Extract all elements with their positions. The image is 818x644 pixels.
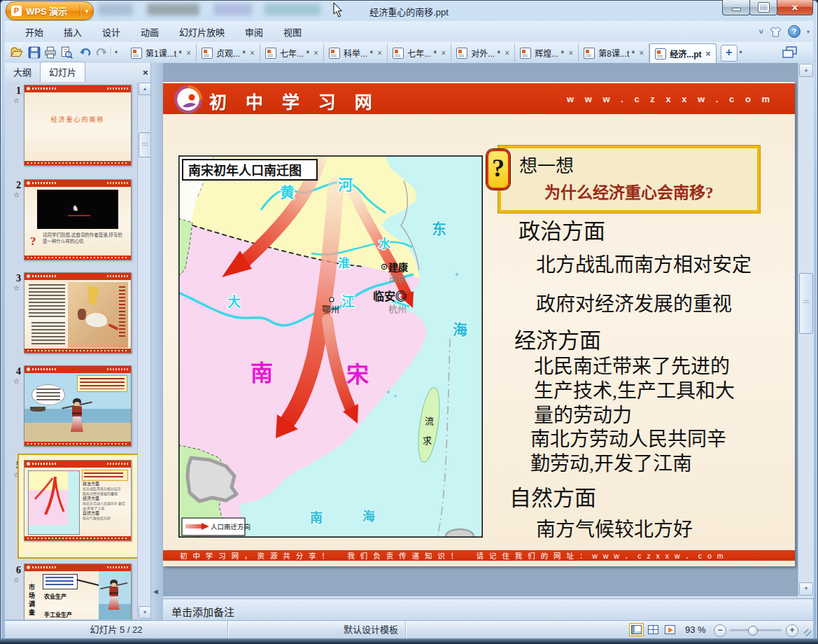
scroll-down-icon[interactable]: ▼	[139, 606, 151, 619]
doc-tab[interactable]: 贞观... *×	[197, 43, 260, 62]
slide-footer-band: 初 中 学 习 网 ， 资 源 共 分 享 ！ 我 们 负 责 传 递 知 识 …	[163, 550, 795, 561]
slide-number: 6	[8, 565, 21, 576]
map-label-jiang: 江	[341, 295, 355, 309]
think-title: 想一想	[519, 151, 574, 177]
mini-arrows	[29, 471, 79, 534]
slide-thumbnail-3[interactable]	[24, 272, 132, 354]
menu-insert[interactable]: 插入	[64, 25, 82, 38]
question-mark: ?	[30, 234, 36, 248]
slide-thumbnail-4[interactable]	[24, 365, 132, 447]
close-icon[interactable]: ×	[250, 48, 255, 58]
natural-point-1[interactable]: 南方气候较北方好	[536, 517, 693, 542]
map-label-nanhai-nan: 南	[310, 510, 323, 525]
close-icon[interactable]: ×	[186, 48, 191, 58]
chevron-down-icon[interactable]: ▾	[807, 29, 810, 35]
collapse-pane-icon[interactable]: ◀	[153, 588, 158, 595]
political-point-2[interactable]: 政府对经济发展的重视	[536, 292, 732, 316]
open-file-icon[interactable]	[10, 46, 24, 59]
doc-tab[interactable]: 第1课...t *×	[126, 43, 197, 62]
restore-button[interactable]	[749, 0, 777, 15]
minimize-button[interactable]	[722, 0, 750, 15]
pane-tabs: 大纲 幻灯片	[5, 63, 163, 83]
scroll-down-icon[interactable]: ▼	[799, 582, 813, 596]
canvas-scrollbar[interactable]: ▲ ▼	[798, 63, 814, 596]
notes-pane[interactable]: 单击添加备注	[163, 598, 813, 621]
mini-think-lines	[84, 472, 123, 478]
section-economic-heading[interactable]: 经济方面	[514, 323, 601, 354]
arrange-windows-icon[interactable]	[782, 46, 798, 59]
think-box[interactable]: 想一想 为什么经济重心会南移?	[498, 146, 760, 213]
zoom-out-button[interactable]: −	[714, 624, 726, 637]
doc-tab-label: 科举... *	[344, 47, 373, 59]
map-label-hai-east: 海	[453, 321, 467, 338]
menu-review[interactable]: 审阅	[245, 25, 263, 38]
skin-theme-icon[interactable]	[770, 27, 782, 37]
doc-tab-active[interactable]: 经济...pt×	[649, 43, 716, 63]
scrollbar-thumb[interactable]	[139, 132, 151, 158]
thumbnail-scrollbar[interactable]: ▲ ▼	[137, 82, 151, 620]
section-political-heading[interactable]: 政治方面	[519, 214, 605, 245]
ribbon-collapse-icon[interactable]: ˅	[759, 27, 763, 36]
close-icon[interactable]: ×	[377, 48, 382, 58]
close-icon[interactable]: ×	[568, 48, 573, 58]
economic-point-1[interactable]: 北民南迁带来了先进的 生产技术,生产工具和大 量的劳动力	[534, 354, 735, 428]
map-label-qiu: 求	[423, 435, 432, 446]
ppt-file-icon	[265, 48, 276, 59]
zoom-slider[interactable]	[730, 629, 782, 631]
toolbar-options-icon[interactable]: ▾	[115, 49, 118, 55]
menu-slideshow[interactable]: 幻灯片放映	[179, 25, 225, 38]
close-icon[interactable]: ×	[505, 48, 509, 58]
doc-tab[interactable]: 科举... *×	[324, 43, 388, 62]
print-preview-icon[interactable]	[59, 46, 73, 59]
save-icon[interactable]	[27, 46, 41, 59]
ppt-file-icon	[393, 48, 404, 59]
zoom-slider-thumb[interactable]	[748, 626, 758, 636]
undo-icon[interactable]	[78, 46, 92, 59]
menu-right-tools: ˅ ? ▾	[759, 25, 810, 38]
new-tab-button[interactable]: +	[721, 45, 738, 62]
resize-grip[interactable]	[804, 629, 811, 636]
doc-tab[interactable]: 对外... *×	[451, 43, 515, 62]
political-point-1[interactable]: 北方战乱而南方相对安定	[536, 253, 752, 277]
window-title: 经济重心的南移.ppt	[0, 5, 818, 18]
doc-tab[interactable]: 七年... *×	[388, 43, 451, 62]
tab-list-icon[interactable]: ▾	[740, 49, 742, 63]
close-icon[interactable]: ×	[441, 48, 446, 58]
close-icon[interactable]: ×	[313, 48, 318, 58]
print-icon[interactable]	[43, 46, 57, 59]
scroll-up-icon[interactable]: ▲	[139, 83, 151, 95]
slide-thumbnail-5[interactable]: 政治方面 北方战乱而南方相对安定 政府对经济发展的重视 经济方面 南北方劳动人民…	[24, 460, 132, 541]
zoom-in-button[interactable]: +	[786, 624, 798, 637]
slide-editor[interactable]: 初 中 学 习 网 w w w . c z x x w . c o m	[163, 82, 795, 566]
close-icon[interactable]: ×	[706, 49, 711, 59]
doc-tab[interactable]: 七年... *×	[260, 43, 324, 62]
map-city-jiankang: 建康	[388, 262, 409, 273]
tab-outline[interactable]: 大纲	[5, 62, 40, 82]
menu-animation[interactable]: 动画	[141, 25, 159, 38]
close-icon[interactable]: ×	[639, 48, 644, 58]
doc-tab[interactable]: 辉煌... *×	[515, 43, 579, 62]
close-button[interactable]: ×	[777, 0, 813, 15]
doc-tab[interactable]: 第8课...t *×	[579, 43, 649, 62]
slide-thumbnail-2[interactable]: ♞ ? 请同学们猜想,这首词的作者是谁,抒写的是一种什么样的心情	[24, 179, 132, 260]
menu-view[interactable]: 视图	[283, 25, 302, 38]
economic-point-2[interactable]: 南北方劳动人民共同辛 勤劳动,开发了江南	[530, 427, 726, 476]
slide-thumbnail-6[interactable]: 市场调查 农业生产 手工业生产 商业贸易	[24, 564, 132, 620]
doc-tab-label: 经济...pt	[670, 48, 701, 59]
map-label-shui: 水	[379, 237, 391, 251]
divider	[111, 47, 111, 58]
slideshow-view-button[interactable]	[663, 624, 677, 636]
menu-design[interactable]: 设计	[102, 25, 120, 38]
pane-splitter[interactable]: ◀	[150, 63, 164, 620]
menu-start[interactable]: 开始	[25, 25, 43, 38]
scroll-up-icon[interactable]: ▲	[799, 64, 813, 77]
slide-sorter-view-button[interactable]	[647, 624, 660, 636]
slide-thumbnail-1[interactable]: 经济重心的南移	[24, 85, 132, 166]
section-natural-heading[interactable]: 自然方面	[509, 480, 596, 512]
normal-view-button[interactable]	[630, 624, 643, 636]
close-pane-icon[interactable]: ×	[143, 67, 148, 78]
redo-icon[interactable]	[94, 46, 108, 59]
help-icon[interactable]: ?	[788, 25, 801, 38]
tab-slides[interactable]: 幻灯片	[40, 62, 85, 82]
scrollbar-thumb[interactable]	[799, 273, 813, 334]
